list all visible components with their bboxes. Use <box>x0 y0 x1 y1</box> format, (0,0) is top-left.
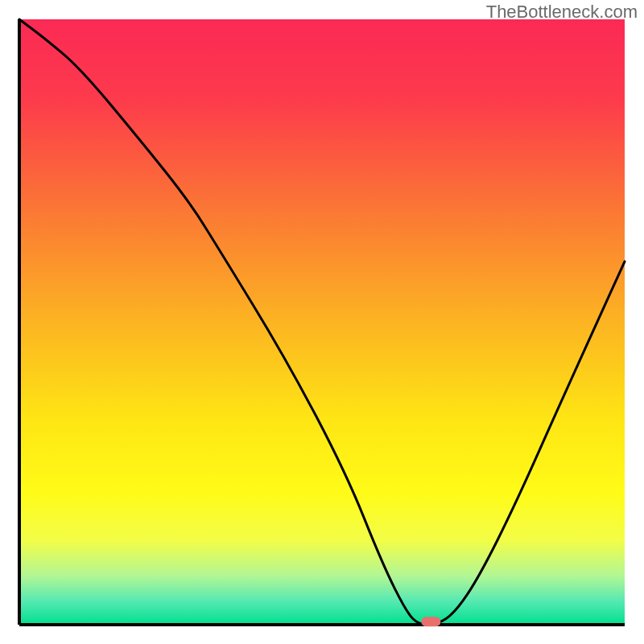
plot-background <box>19 19 625 625</box>
chart-container: TheBottleneck.com <box>0 0 644 644</box>
chart-svg <box>0 0 644 644</box>
optimal-marker <box>421 617 440 626</box>
watermark-text: TheBottleneck.com <box>486 2 638 23</box>
